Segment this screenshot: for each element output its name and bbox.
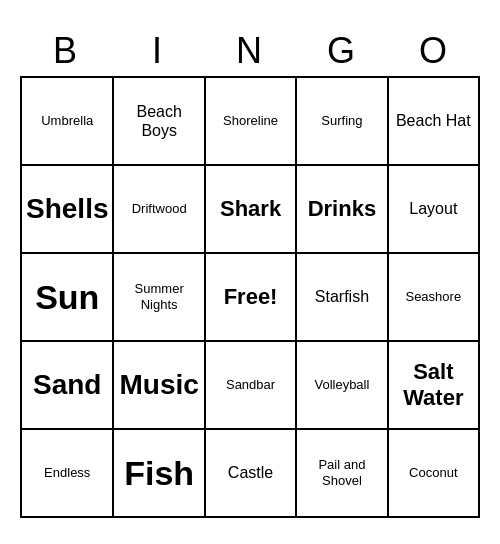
- cell-r0-c4: Beach Hat: [389, 78, 480, 166]
- cell-r3-c0: Sand: [22, 342, 114, 430]
- cell-r2-c4: Seashore: [389, 254, 480, 342]
- bingo-card: BINGO UmbrellaBeach BoysShorelineSurfing…: [20, 26, 480, 518]
- cell-r4-c3: Pail and Shovel: [297, 430, 388, 518]
- cell-r1-c3: Drinks: [297, 166, 388, 254]
- cell-r3-c2: Sandbar: [206, 342, 297, 430]
- cell-r4-c0: Endless: [22, 430, 114, 518]
- cell-text-r1-c1: Driftwood: [132, 201, 187, 217]
- cell-text-r1-c0: Shells: [26, 192, 108, 226]
- cell-text-r2-c4: Seashore: [405, 289, 461, 305]
- cell-r3-c3: Volleyball: [297, 342, 388, 430]
- header-letter-N: N: [204, 26, 296, 76]
- header-letter-B: B: [20, 26, 112, 76]
- cell-text-r2-c2: Free!: [224, 284, 278, 310]
- cell-r1-c4: Layout: [389, 166, 480, 254]
- cell-r0-c3: Surfing: [297, 78, 388, 166]
- cell-text-r3-c4: Salt Water: [393, 359, 474, 412]
- cell-r1-c0: Shells: [22, 166, 114, 254]
- header-letter-G: G: [296, 26, 388, 76]
- cell-text-r1-c4: Layout: [409, 199, 457, 218]
- cell-text-r0-c1: Beach Boys: [118, 102, 199, 140]
- cell-text-r0-c3: Surfing: [321, 113, 362, 129]
- cell-r0-c0: Umbrella: [22, 78, 114, 166]
- bingo-header: BINGO: [20, 26, 480, 76]
- cell-text-r0-c4: Beach Hat: [396, 111, 471, 130]
- cell-text-r1-c3: Drinks: [308, 196, 376, 222]
- cell-r2-c1: Summer Nights: [114, 254, 205, 342]
- cell-text-r1-c2: Shark: [220, 196, 281, 222]
- cell-r1-c2: Shark: [206, 166, 297, 254]
- cell-r0-c1: Beach Boys: [114, 78, 205, 166]
- cell-text-r4-c4: Coconut: [409, 465, 457, 481]
- cell-r3-c1: Music: [114, 342, 205, 430]
- cell-text-r2-c3: Starfish: [315, 287, 369, 306]
- cell-r1-c1: Driftwood: [114, 166, 205, 254]
- cell-r3-c4: Salt Water: [389, 342, 480, 430]
- cell-text-r4-c3: Pail and Shovel: [301, 457, 382, 488]
- header-letter-I: I: [112, 26, 204, 76]
- cell-r2-c2: Free!: [206, 254, 297, 342]
- cell-r2-c0: Sun: [22, 254, 114, 342]
- cell-r4-c4: Coconut: [389, 430, 480, 518]
- cell-r4-c2: Castle: [206, 430, 297, 518]
- cell-r0-c2: Shoreline: [206, 78, 297, 166]
- cell-text-r2-c0: Sun: [35, 277, 99, 318]
- cell-text-r3-c2: Sandbar: [226, 377, 275, 393]
- cell-text-r0-c0: Umbrella: [41, 113, 93, 129]
- cell-text-r2-c1: Summer Nights: [118, 281, 199, 312]
- cell-text-r0-c2: Shoreline: [223, 113, 278, 129]
- cell-r2-c3: Starfish: [297, 254, 388, 342]
- cell-text-r3-c0: Sand: [33, 368, 101, 402]
- cell-text-r3-c1: Music: [119, 368, 198, 402]
- cell-text-r4-c0: Endless: [44, 465, 90, 481]
- cell-text-r4-c1: Fish: [124, 453, 194, 494]
- bingo-grid: UmbrellaBeach BoysShorelineSurfingBeach …: [20, 76, 480, 518]
- cell-text-r4-c2: Castle: [228, 463, 273, 482]
- cell-text-r3-c3: Volleyball: [314, 377, 369, 393]
- header-letter-O: O: [388, 26, 480, 76]
- cell-r4-c1: Fish: [114, 430, 205, 518]
